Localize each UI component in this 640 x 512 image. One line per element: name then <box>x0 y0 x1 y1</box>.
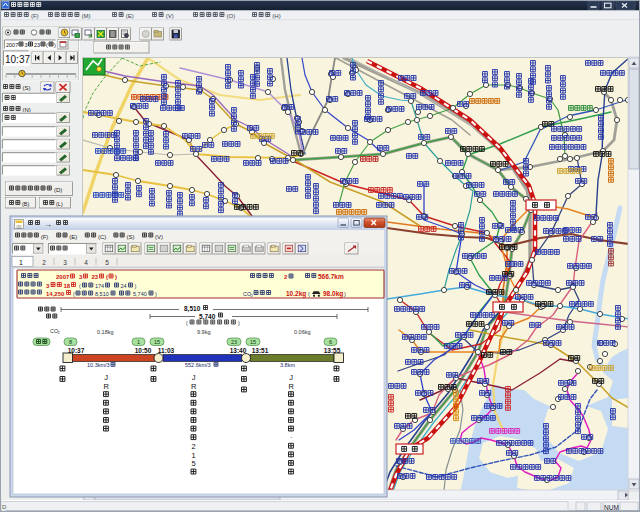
svg-text:(V): (V) <box>166 13 174 19</box>
svg-text:(M): (M) <box>82 13 91 19</box>
svg-text:10:37: 10:37 <box>5 54 30 65</box>
svg-text:5: 5 <box>192 459 196 468</box>
svg-text:1: 1 <box>19 259 23 266</box>
svg-text:13:51: 13:51 <box>252 347 269 354</box>
svg-text:15: 15 <box>250 339 256 345</box>
svg-text:(: ( <box>106 274 108 280</box>
svg-text:(N): (N) <box>23 107 31 113</box>
svg-text:(E): (E) <box>69 234 77 240</box>
svg-text:10:50: 10:50 <box>135 347 152 354</box>
svg-text:5: 5 <box>105 259 109 266</box>
svg-text:98.0kg: 98.0kg <box>323 290 343 298</box>
svg-text:24: 24 <box>121 283 127 289</box>
svg-text:13:55: 13:55 <box>324 347 341 354</box>
svg-text:NUM: NUM <box>604 504 619 511</box>
svg-text:2007: 2007 <box>56 274 70 280</box>
svg-text:R: R <box>103 382 109 391</box>
svg-text:8: 8 <box>69 339 72 345</box>
svg-text:(O): (O) <box>227 13 236 19</box>
svg-text:10.3km/3: 10.3km/3 <box>87 362 110 368</box>
svg-text:3: 3 <box>25 42 28 48</box>
svg-text:·: · <box>290 433 293 442</box>
svg-text:(F): (F) <box>31 13 39 19</box>
svg-text:): ) <box>155 291 157 297</box>
svg-text:(: ( <box>79 283 81 289</box>
svg-text:174: 174 <box>95 283 104 289</box>
svg-text:23: 23 <box>231 339 237 345</box>
svg-text:(D): (D) <box>54 187 62 193</box>
svg-text:(B): (B) <box>22 201 30 207</box>
svg-text:D: D <box>2 504 7 510</box>
svg-text:(H): (H) <box>272 13 280 19</box>
svg-text:3: 3 <box>63 259 67 266</box>
svg-text:23: 23 <box>34 42 40 48</box>
svg-text:14,250: 14,250 <box>46 291 65 297</box>
svg-text:0.06kg: 0.06kg <box>294 329 311 335</box>
svg-text:5,740: 5,740 <box>133 291 147 297</box>
svg-text:13:40: 13:40 <box>230 347 247 354</box>
svg-text:R: R <box>288 382 294 391</box>
svg-text:R: R <box>191 382 197 391</box>
svg-text:552.6km/3: 552.6km/3 <box>185 362 211 368</box>
svg-text:11:03: 11:03 <box>158 347 175 354</box>
svg-text:18: 18 <box>64 283 71 289</box>
svg-text:(E): (E) <box>126 13 134 19</box>
svg-text:(: ( <box>73 291 75 297</box>
svg-text:(F): (F) <box>41 234 49 240</box>
svg-text:6: 6 <box>329 339 332 345</box>
svg-text:2007: 2007 <box>6 42 18 48</box>
svg-text:15: 15 <box>154 339 160 345</box>
svg-text:(V): (V) <box>155 234 163 240</box>
svg-text:(S): (S) <box>23 85 31 91</box>
svg-text:10.2kg: 10.2kg <box>286 290 306 298</box>
svg-text:(: ( <box>186 320 188 326</box>
svg-text:(: ( <box>46 42 48 48</box>
svg-text:(S): (S) <box>127 234 135 240</box>
svg-text:0.18kg: 0.18kg <box>97 329 114 335</box>
svg-text:4: 4 <box>84 259 88 266</box>
svg-text:23: 23 <box>92 274 99 280</box>
svg-text:(: ( <box>308 291 310 297</box>
svg-text:2: 2 <box>42 259 46 266</box>
svg-text:(C): (C) <box>98 234 106 240</box>
svg-text:9.9kg: 9.9kg <box>197 329 210 335</box>
svg-text:3.8km: 3.8km <box>280 362 295 368</box>
svg-text:(L): (L) <box>56 201 63 207</box>
svg-text:566.7km: 566.7km <box>318 273 344 280</box>
svg-text:1: 1 <box>137 339 140 345</box>
svg-text:): ) <box>54 42 56 48</box>
svg-text:): ) <box>238 320 240 326</box>
svg-text:): ) <box>344 291 346 297</box>
svg-text:8,510: 8,510 <box>95 291 109 297</box>
svg-text:10:37: 10:37 <box>68 347 85 354</box>
svg-text:→: → <box>44 220 52 229</box>
svg-text:5,740: 5,740 <box>199 313 216 321</box>
svg-text:): ) <box>115 274 117 280</box>
svg-text:): ) <box>135 283 137 289</box>
